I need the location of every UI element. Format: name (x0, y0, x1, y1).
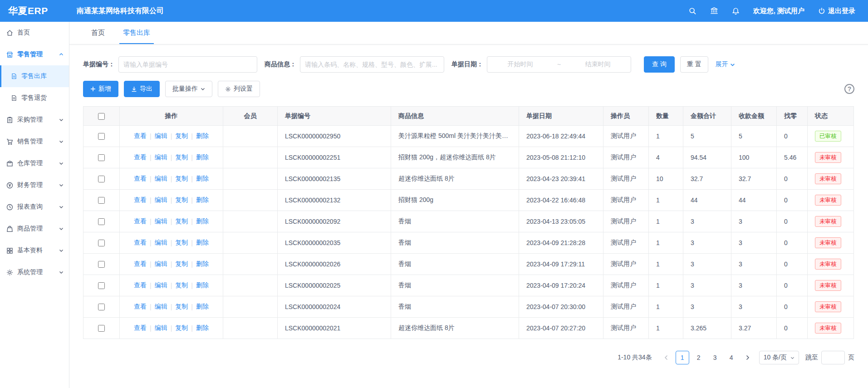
select-all-checkbox[interactable] (98, 113, 105, 120)
export-button[interactable]: 导出 (124, 81, 160, 97)
row-action-view[interactable]: 查看 (134, 217, 147, 226)
page-size-select[interactable]: 10 条/页 (759, 351, 799, 364)
sidebar-item-goods[interactable]: 商品管理 (0, 218, 69, 240)
chevron-down-icon (59, 248, 64, 253)
row-action-view[interactable]: 查看 (134, 281, 147, 290)
tab-home[interactable]: 首页 (82, 22, 114, 44)
bank-icon[interactable] (710, 7, 718, 15)
row-action-view[interactable]: 查看 (134, 303, 147, 311)
row-action-view[interactable]: 查看 (134, 324, 147, 332)
logout-button[interactable]: 退出登录 (818, 7, 855, 15)
row-checkbox[interactable] (98, 133, 105, 140)
row-action-delete[interactable]: 删除 (196, 303, 209, 311)
row-action-delete[interactable]: 删除 (196, 324, 209, 332)
bell-icon[interactable] (732, 7, 740, 15)
sidebar-item-purchase[interactable]: 采购管理 (0, 109, 69, 131)
row-action-copy[interactable]: 复制 (175, 132, 188, 140)
jump-page-input[interactable] (821, 351, 845, 364)
row-action-view[interactable]: 查看 (134, 239, 147, 247)
row-checkbox[interactable] (98, 176, 105, 182)
row-action-delete[interactable]: 删除 (196, 132, 209, 140)
row-action-delete[interactable]: 删除 (196, 175, 209, 183)
row-action-edit[interactable]: 编辑 (155, 196, 167, 204)
cell-total: 32.7 (683, 168, 731, 190)
chevron-down-icon (59, 183, 64, 187)
row-action-delete[interactable]: 删除 (196, 217, 209, 226)
row-action-edit[interactable]: 编辑 (155, 132, 167, 140)
prev-page-button[interactable] (660, 351, 672, 364)
row-checkbox[interactable] (98, 261, 105, 268)
sidebar-item-label: 系统管理 (17, 268, 43, 276)
expand-link[interactable]: 展开 (716, 60, 735, 69)
row-checkbox[interactable] (98, 304, 105, 310)
row-action-edit[interactable]: 编辑 (155, 175, 167, 183)
row-action-copy[interactable]: 复制 (175, 281, 188, 290)
page-number-3[interactable]: 3 (708, 351, 722, 364)
product-info-input[interactable] (300, 56, 444, 73)
row-action-copy[interactable]: 复制 (175, 260, 188, 268)
cell-operator: 测试用户 (603, 232, 649, 254)
row-checkbox[interactable] (98, 218, 105, 225)
row-action-copy[interactable]: 复制 (175, 303, 188, 311)
row-action-view[interactable]: 查看 (134, 196, 147, 204)
row-action-view[interactable]: 查看 (134, 132, 147, 140)
row-action-copy[interactable]: 复制 (175, 196, 188, 204)
column-settings-button[interactable]: 列设置 (218, 81, 260, 97)
tab-retail-out[interactable]: 零售出库 (114, 22, 159, 44)
welcome-user[interactable]: 欢迎您, 测试用户 (753, 7, 804, 15)
sidebar-item-label: 商品管理 (17, 225, 43, 233)
page-number-4[interactable]: 4 (725, 351, 738, 364)
row-action-edit[interactable]: 编辑 (155, 217, 167, 226)
row-action-copy[interactable]: 复制 (175, 239, 188, 247)
row-action-copy[interactable]: 复制 (175, 217, 188, 226)
sidebar-item-home[interactable]: 首页 (0, 22, 69, 44)
row-checkbox[interactable] (98, 240, 105, 246)
sidebar-item-basic-data[interactable]: 基本资料 (0, 240, 69, 261)
sidebar-item-warehouse[interactable]: 仓库管理 (0, 152, 69, 174)
sidebar-item-sales[interactable]: 销售管理 (0, 131, 69, 152)
date-range-input[interactable]: 开始时间 ~ 结束时间 (487, 56, 631, 73)
row-action-copy[interactable]: 复制 (175, 175, 188, 183)
add-button[interactable]: 新增 (83, 81, 118, 97)
cell-date: 2023-04-09 21:28:28 (519, 232, 603, 254)
table-row: 查看|编辑|复制|删除 LSCK00000002035 香烟 2023-04-0… (83, 232, 854, 254)
row-action-view[interactable]: 查看 (134, 175, 147, 183)
page-number-2[interactable]: 2 (692, 351, 706, 364)
row-action-edit[interactable]: 编辑 (155, 239, 167, 247)
toolbar: 新增 导出 批量操作 列设置 ? (83, 81, 854, 97)
sidebar-item-system[interactable]: 系统管理 (0, 261, 69, 283)
search-icon[interactable] (689, 7, 696, 15)
row-action-edit[interactable]: 编辑 (155, 153, 167, 162)
batch-operations-button[interactable]: 批量操作 (165, 81, 212, 97)
row-action-copy[interactable]: 复制 (175, 324, 188, 332)
sidebar-item-retail-out[interactable]: 零售出库 (0, 65, 69, 87)
row-action-view[interactable]: 查看 (134, 153, 147, 162)
sidebar-item-reports[interactable]: 报表查询 (0, 196, 69, 218)
row-checkbox[interactable] (98, 282, 105, 289)
help-icon[interactable]: ? (844, 84, 854, 94)
sidebar-item-retail-return[interactable]: 零售退货 (0, 87, 69, 109)
shop-icon (6, 51, 13, 58)
bill-no-input[interactable] (118, 56, 257, 73)
search-button[interactable]: 查 询 (644, 56, 675, 73)
row-checkbox[interactable] (98, 154, 105, 161)
row-checkbox[interactable] (98, 325, 105, 332)
row-checkbox[interactable] (98, 197, 105, 204)
row-action-delete[interactable]: 删除 (196, 281, 209, 290)
row-action-view[interactable]: 查看 (134, 260, 147, 268)
next-page-button[interactable] (742, 351, 754, 364)
reset-button[interactable]: 重 置 (680, 56, 708, 73)
row-action-edit[interactable]: 编辑 (155, 324, 167, 332)
sidebar-item-retail[interactable]: 零售管理 (0, 44, 69, 65)
row-action-delete[interactable]: 删除 (196, 153, 209, 162)
row-action-edit[interactable]: 编辑 (155, 260, 167, 268)
row-action-copy[interactable]: 复制 (175, 153, 188, 162)
row-action-delete[interactable]: 删除 (196, 196, 209, 204)
row-action-delete[interactable]: 删除 (196, 260, 209, 268)
row-action-edit[interactable]: 编辑 (155, 303, 167, 311)
row-action-edit[interactable]: 编辑 (155, 281, 167, 290)
row-action-delete[interactable]: 删除 (196, 239, 209, 247)
sidebar-item-finance[interactable]: 财务管理 (0, 174, 69, 196)
gear-icon (225, 86, 231, 92)
page-number-1[interactable]: 1 (676, 351, 689, 364)
